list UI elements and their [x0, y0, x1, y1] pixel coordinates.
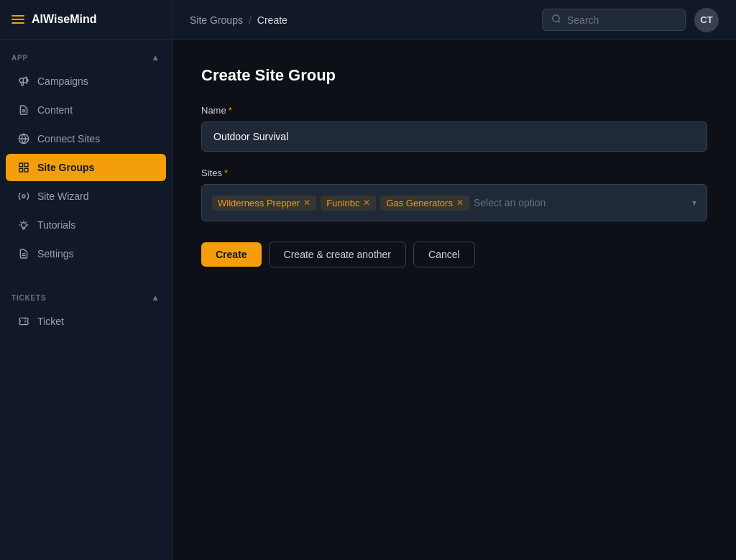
campaigns-label: Campaigns — [37, 75, 88, 87]
campaigns-icon — [17, 75, 30, 88]
sites-select[interactable]: Wilderness Prepper ✕ Funinbc ✕ Gas Gener… — [201, 184, 707, 221]
remove-wilderness-prepper[interactable]: ✕ — [303, 198, 310, 207]
app-section-collapse[interactable]: ▲ — [151, 52, 160, 63]
name-form-group: Name * — [201, 105, 707, 152]
cancel-button[interactable]: Cancel — [413, 242, 475, 267]
sidebar: AIWiseMind APP ▲ Campaigns Content Conne… — [0, 0, 172, 560]
site-groups-label: Site Groups — [37, 162, 94, 173]
avatar[interactable]: CT — [694, 8, 719, 32]
sidebar-item-tutorials[interactable]: Tutorials — [6, 211, 166, 239]
site-tag-wilderness-prepper: Wilderness Prepper ✕ — [212, 196, 316, 211]
remove-funinbc[interactable]: ✕ — [363, 198, 370, 207]
breadcrumb: Site Groups / Create — [190, 14, 288, 26]
site-wizard-label: Site Wizard — [37, 191, 89, 202]
name-required: * — [229, 105, 232, 116]
tickets-section-label: TICKETS ▲ — [0, 280, 172, 307]
remove-gas-generators[interactable]: ✕ — [456, 198, 464, 207]
sidebar-item-settings[interactable]: Settings — [6, 240, 166, 267]
svg-rect-4 — [24, 168, 28, 172]
dropdown-chevron-icon: ▾ — [692, 198, 696, 208]
sidebar-item-ticket[interactable]: Ticket — [6, 308, 166, 335]
search-bar[interactable] — [542, 9, 686, 31]
site-wizard-icon — [17, 190, 30, 203]
connect-sites-icon — [17, 132, 30, 145]
svg-point-5 — [22, 195, 25, 198]
tutorials-label: Tutorials — [37, 219, 75, 231]
svg-point-6 — [553, 15, 559, 22]
tickets-section-collapse[interactable]: ▲ — [151, 293, 160, 303]
site-tag-funinbc: Funinbc ✕ — [321, 196, 376, 211]
app-logo: AIWiseMind — [32, 13, 97, 26]
hamburger-icon[interactable] — [12, 15, 24, 24]
content-label: Content — [37, 104, 73, 116]
header: Site Groups / Create CT — [172, 0, 736, 40]
app-section-label: APP ▲ — [0, 40, 172, 67]
sidebar-item-campaigns[interactable]: Campaigns — [6, 68, 166, 95]
header-right: CT — [542, 8, 719, 32]
svg-rect-1 — [19, 163, 23, 167]
search-input[interactable] — [567, 14, 676, 26]
sidebar-item-connect-sites[interactable]: Connect Sites — [6, 125, 166, 152]
search-icon — [551, 14, 561, 26]
sites-required: * — [224, 167, 228, 178]
breadcrumb-parent[interactable]: Site Groups — [190, 14, 243, 26]
settings-icon — [17, 247, 30, 260]
svg-line-7 — [558, 21, 561, 23]
breadcrumb-current: Create — [257, 14, 288, 26]
name-input[interactable] — [201, 121, 707, 152]
logo-area: AIWiseMind — [0, 0, 172, 40]
main-area: Site Groups / Create CT Create Site Grou… — [172, 0, 736, 560]
content-icon — [17, 104, 30, 116]
page-title: Create Site Group — [201, 66, 707, 85]
breadcrumb-separator: / — [249, 14, 252, 26]
name-label: Name * — [201, 105, 707, 116]
svg-rect-3 — [19, 168, 23, 172]
svg-rect-2 — [24, 163, 28, 167]
content-area: Create Site Group Name * Sites * Wildern… — [172, 40, 736, 560]
sites-label: Sites * — [201, 167, 707, 178]
ticket-label: Ticket — [37, 316, 64, 327]
create-another-button[interactable]: Create & create another — [269, 242, 406, 267]
site-tag-gas-generators: Gas Generators ✕ — [380, 196, 469, 211]
tutorials-icon — [17, 219, 30, 231]
sidebar-item-site-groups[interactable]: Site Groups — [6, 154, 166, 181]
sites-form-group: Sites * Wilderness Prepper ✕ Funinbc ✕ G… — [201, 167, 707, 221]
connect-sites-label: Connect Sites — [37, 133, 100, 144]
select-placeholder: Select an option — [474, 197, 546, 208]
settings-label: Settings — [37, 248, 74, 260]
create-button[interactable]: Create — [201, 242, 262, 267]
sidebar-item-content[interactable]: Content — [6, 96, 166, 124]
sidebar-item-site-wizard[interactable]: Site Wizard — [6, 183, 166, 210]
ticket-icon — [17, 315, 30, 328]
form-actions: Create Create & create another Cancel — [201, 242, 707, 267]
site-groups-icon — [17, 161, 30, 174]
